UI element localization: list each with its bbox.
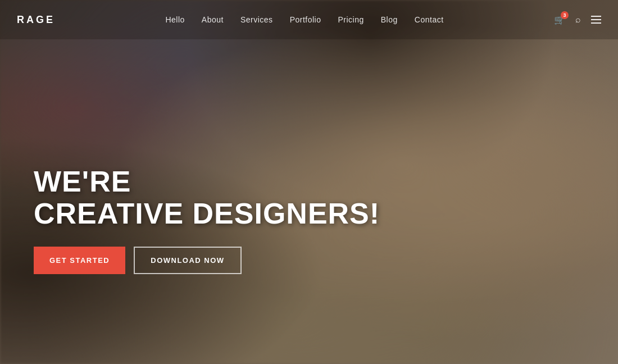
navbar: RAGE Hello About Services Portfolio Pric… [0, 0, 618, 39]
brand-logo[interactable]: RAGE [17, 14, 55, 26]
search-button[interactable]: ⌕ [575, 15, 581, 25]
nav-icons: 🛒 3 ⌕ [554, 15, 601, 25]
nav-item-portfolio[interactable]: Portfolio [290, 15, 321, 25]
nav-item-hello[interactable]: Hello [165, 15, 184, 25]
hero-tagline-line1: WE'RE [34, 166, 380, 198]
cart-button[interactable]: 🛒 3 [554, 15, 565, 25]
nav-links: Hello About Services Portfolio Pricing B… [165, 15, 443, 25]
hero-section: RAGE Hello About Services Portfolio Pric… [0, 0, 618, 364]
nav-item-services[interactable]: Services [240, 15, 273, 25]
get-started-button[interactable]: GET STARTED [34, 247, 125, 274]
hamburger-icon [591, 16, 601, 24]
hero-tagline-line2: CREATIVE DESIGNERS! [34, 198, 380, 230]
hero-buttons: GET STARTED DOWNLOAD NOW [34, 247, 380, 274]
nav-item-pricing[interactable]: Pricing [338, 15, 363, 25]
nav-item-contact[interactable]: Contact [415, 15, 444, 25]
download-now-button[interactable]: DOWNLOAD NOW [134, 247, 241, 274]
search-icon: ⌕ [575, 15, 581, 24]
nav-item-blog[interactable]: Blog [381, 15, 398, 25]
hero-content: WE'RE CREATIVE DESIGNERS! GET STARTED DO… [34, 166, 380, 274]
nav-item-about[interactable]: About [202, 15, 224, 25]
cart-badge: 3 [561, 11, 569, 19]
menu-button[interactable] [591, 16, 601, 24]
